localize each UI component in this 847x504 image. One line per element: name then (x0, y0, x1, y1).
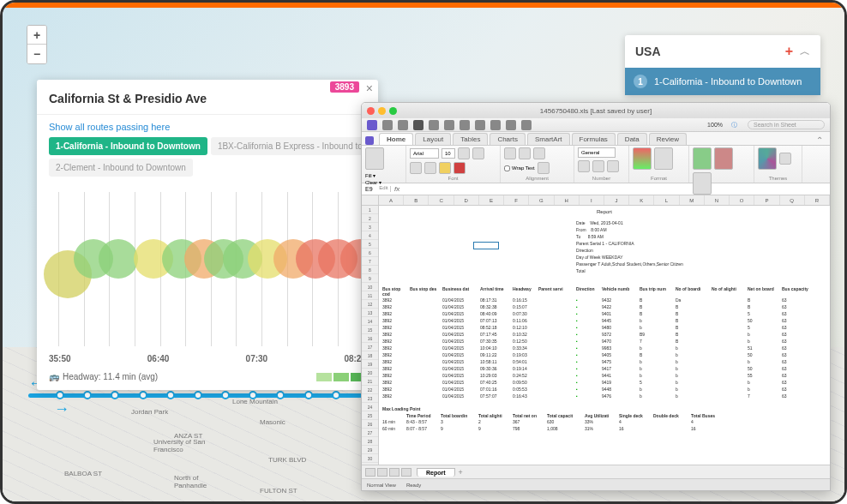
toolbox-icon[interactable] (444, 120, 454, 130)
country-route-item[interactable]: 1 1-California - Inbound to Downtown (625, 68, 820, 95)
column-header[interactable]: D (454, 195, 479, 205)
column-header[interactable]: M (680, 195, 705, 205)
route-pill[interactable]: 1BX-California B Express - Inbound to Do (211, 137, 378, 155)
table-row[interactable]: 389201/04/201509:30:360:19:14▪9417bb5063 (382, 365, 826, 372)
insert-button[interactable] (693, 147, 712, 170)
ribbon-tab-smartart[interactable]: SmartArt (527, 133, 570, 145)
row-header[interactable]: 2 (362, 214, 378, 223)
table-row[interactable]: 16 min8:43 - 8:573236763033%44 (382, 418, 725, 425)
row-header[interactable]: 25 (362, 411, 378, 420)
table-row[interactable]: 389201/04/201508:32:380:15:07▪9422BBB63 (382, 303, 826, 310)
column-header[interactable]: K (629, 195, 654, 205)
table-row[interactable]: 389201/04/201507:57:070:16:43▪9476bb763 (382, 393, 826, 399)
chart-icon[interactable] (506, 120, 516, 130)
delete-button[interactable] (714, 147, 733, 170)
ribbon-tab-home[interactable]: Home (379, 133, 413, 145)
align-left-button[interactable] (504, 147, 516, 159)
column-header[interactable]: I (580, 195, 604, 205)
sheet-nav-next-icon[interactable] (389, 468, 399, 477)
row-header[interactable]: 11 (362, 291, 378, 300)
column-header[interactable]: B (404, 195, 429, 205)
show-all-routes-link[interactable]: Show all routes passing here (37, 115, 378, 137)
view-mode-label[interactable]: Normal View (367, 483, 396, 488)
row-header[interactable]: 29 (362, 446, 378, 454)
underline-button[interactable] (410, 162, 422, 174)
row-header[interactable]: 1 (362, 206, 378, 214)
add-icon[interactable]: + (785, 44, 793, 59)
row-header[interactable]: 23 (362, 394, 378, 403)
styles-button[interactable] (654, 147, 673, 170)
ribbon-tab-charts[interactable]: Charts (490, 133, 526, 145)
ribbon-tab-tables[interactable]: Tables (453, 133, 488, 145)
row-header[interactable]: 17 (362, 343, 378, 351)
align-center-button[interactable] (519, 147, 531, 159)
route-pill-active[interactable]: 1-California - Inbound to Downtown (49, 137, 207, 155)
column-header[interactable]: N (705, 195, 730, 205)
filter-icon[interactable] (490, 120, 501, 130)
format-button[interactable] (693, 172, 712, 195)
row-header[interactable]: 30 (362, 454, 378, 463)
ribbon-tab-review[interactable]: Review (649, 133, 687, 145)
fx-icon[interactable]: fx (391, 185, 403, 193)
table-row[interactable]: 389201/04/201507:01:160:05:53▪9448bbb63 (382, 386, 826, 393)
sigma-icon[interactable] (460, 120, 470, 130)
conditional-format-button[interactable] (633, 147, 652, 170)
window-titlebar[interactable]: 1456750480.xls [Last saved by user] (362, 103, 830, 118)
table-row[interactable]: 389201/04/201510:29:030:24:52▪9441bb5563 (382, 372, 826, 379)
help-round-icon[interactable]: ⓘ (731, 121, 737, 129)
row-header[interactable]: 26 (362, 420, 378, 429)
bold-button[interactable] (458, 147, 470, 159)
row-header[interactable]: 7 (362, 257, 378, 266)
table-row[interactable]: 389201/04/201510:58:110:54:01▪9475bbb63 (382, 358, 826, 365)
italic-button[interactable] (472, 147, 484, 159)
row-header[interactable]: 15 (362, 326, 378, 334)
currency-button[interactable] (578, 160, 590, 172)
cell-reference-box[interactable]: E9 (362, 186, 391, 192)
table-row[interactable]: 60 min8:07 - 8:57997981,00831%1616 (382, 425, 725, 432)
row-header[interactable]: 21 (362, 377, 378, 386)
merge-button[interactable] (538, 162, 550, 174)
row-header[interactable]: 9 (362, 274, 378, 283)
themes-button[interactable] (758, 147, 777, 170)
column-header[interactable]: G (529, 195, 554, 205)
sheet-nav-last-icon[interactable] (401, 468, 411, 477)
table-row[interactable]: 389201/04/201508:40:090:07:30▪9401BB563 (382, 310, 826, 317)
collapse-icon[interactable]: ︿ (800, 45, 810, 59)
undo-icon[interactable] (382, 120, 393, 130)
column-header[interactable]: P (754, 195, 779, 205)
window-minimize-icon[interactable] (378, 107, 386, 115)
column-header[interactable]: R (805, 195, 830, 205)
table-row[interactable]: 389201/04/201507:40:250:09:50▪94195bb63 (382, 379, 826, 386)
font-name-select[interactable]: Arial (410, 148, 439, 159)
column-header[interactable]: J (604, 195, 629, 205)
ribbon-tab-formulas[interactable]: Formulas (572, 133, 616, 145)
redo-icon[interactable] (398, 120, 408, 130)
row-header[interactable]: 13 (362, 309, 378, 317)
table-row[interactable]: 389201/04/201507:30:350:12:50▪94707Bb63 (382, 338, 826, 345)
theme-fonts-button[interactable] (779, 153, 791, 165)
paste-button[interactable] (365, 147, 384, 170)
zoom-out-button[interactable]: − (27, 45, 46, 63)
percent-button[interactable] (592, 160, 604, 172)
comma-button[interactable] (607, 160, 619, 172)
zoom-percent[interactable]: 100% (707, 122, 723, 128)
sheet-nav-prev-icon[interactable] (377, 468, 387, 477)
wrap-text-checkbox[interactable] (504, 165, 510, 171)
row-header[interactable]: 3 (362, 223, 378, 231)
column-header[interactable]: C (429, 195, 454, 205)
row-header[interactable]: 22 (362, 386, 378, 394)
route-pill[interactable]: 2-Clement - Inbound to Downtown (49, 159, 193, 177)
row-header[interactable]: 4 (362, 231, 378, 240)
align-right-button[interactable] (533, 147, 545, 159)
sheet-tab[interactable]: Report (417, 468, 455, 477)
ribbon-collapse-icon[interactable]: ⌃ (813, 135, 826, 145)
search-input[interactable]: Search in Sheet (748, 120, 825, 129)
table-row[interactable]: 389201/04/201507:07:130:11:06▪9445bB5063 (382, 317, 826, 324)
sheet-nav-first-icon[interactable] (365, 468, 375, 477)
row-header[interactable]: 18 (362, 351, 378, 360)
row-header[interactable]: 5 (362, 240, 378, 249)
zoom-in-button[interactable]: + (27, 26, 46, 45)
save-icon[interactable] (367, 120, 377, 130)
spreadsheet-grid[interactable]: ABCDEFGHIJKLMNOPQR 123456789101112131415… (362, 195, 830, 487)
row-header[interactable]: 12 (362, 300, 378, 309)
